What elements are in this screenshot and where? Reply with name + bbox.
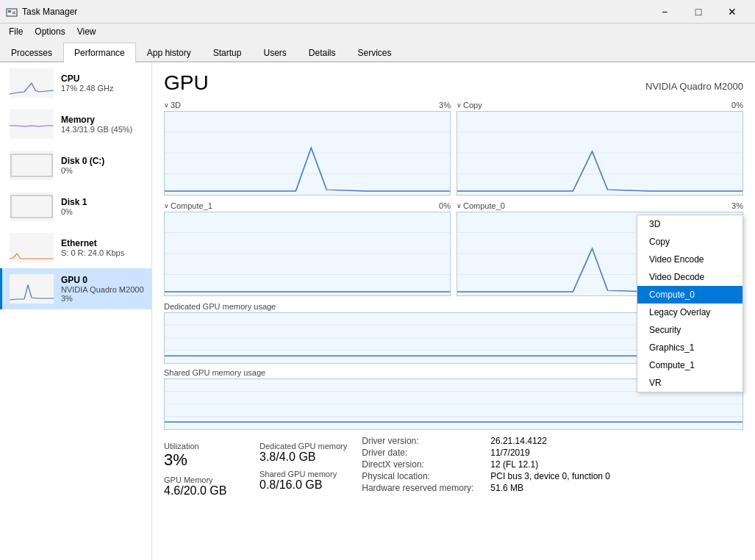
disk0-graph: [10, 151, 54, 180]
context-menu-item-compute1[interactable]: Compute_1: [637, 356, 743, 374]
dedicated-memory-label: Dedicated GPU memory usage: [164, 302, 276, 311]
cpu-name: CPU: [61, 73, 144, 84]
svg-rect-3: [12, 13, 15, 14]
driver-version-row: Driver version: 26.21.14.4122: [362, 436, 743, 446]
tab-performance[interactable]: Performance: [63, 43, 136, 62]
cpu-graph: [10, 68, 54, 98]
gpu0-name: GPU 0: [61, 275, 144, 285]
cpu-detail: 17% 2.48 GHz: [61, 84, 144, 93]
driver-version-label: Driver version:: [362, 436, 490, 446]
chart-copy-header[interactable]: ∨ Copy 0%: [457, 101, 743, 110]
stats-info-area: Utilization 3% GPU Memory 4.6/20.0 GB De…: [164, 436, 743, 498]
shared-memory-label: Shared GPU memory usage: [164, 368, 265, 377]
chart-compute0-percent: 3%: [731, 201, 743, 210]
chart-3d-header[interactable]: ∨ 3D 3%: [164, 101, 451, 110]
maximize-button[interactable]: □: [681, 0, 715, 24]
tab-processes[interactable]: Processes: [0, 43, 63, 62]
chart-copy-percent: 0%: [731, 101, 743, 110]
context-menu-item-security[interactable]: Security: [637, 321, 743, 339]
gpu-memory-value: 4.6/20.0 GB: [164, 484, 245, 498]
top-charts-row: ∨ 3D 3% ∨ Copy: [164, 101, 743, 195]
tab-app-history[interactable]: App history: [136, 43, 202, 62]
ethernet-name: Ethernet: [61, 238, 144, 248]
ethernet-detail: S: 0 R: 24.0 Kbps: [61, 248, 144, 257]
chart-copy-box: [457, 111, 743, 195]
context-menu-item-vr[interactable]: VR: [637, 374, 743, 392]
context-menu-item-copy[interactable]: Copy: [637, 233, 743, 251]
hardware-label: Hardware reserved memory:: [362, 483, 490, 493]
driver-version-value: 26.21.14.4122: [490, 436, 547, 446]
gpu-model: NVIDIA Quadro M2000: [645, 81, 743, 92]
chart-compute1-header[interactable]: ∨ Compute_1 0%: [164, 201, 451, 210]
bottom-charts-row: ∨ Compute_1 0% ∨ Compute_0 3%: [164, 201, 743, 296]
shared-label: Shared GPU memory: [260, 470, 347, 478]
chart-3d-box: [164, 111, 451, 195]
memory-name: Memory: [61, 115, 144, 125]
utilization-value: 3%: [164, 450, 245, 470]
sidebar-item-gpu0[interactable]: GPU 0 NVIDIA Quadro M2000 3%: [0, 268, 151, 309]
memory-graph: [10, 110, 54, 139]
disk0-name: Disk 0 (C:): [61, 156, 144, 166]
disk0-detail: 0%: [61, 166, 144, 175]
context-menu-item-video-encode[interactable]: Video Encode: [637, 251, 743, 268]
disk1-name: Disk 1: [61, 197, 144, 207]
gpu-memory-label: GPU Memory: [164, 475, 245, 484]
driver-date-value: 11/7/2019: [490, 448, 529, 458]
menu-bar: File Options View: [0, 24, 755, 40]
menu-view[interactable]: View: [71, 25, 102, 38]
chart-copy-label: Copy: [463, 101, 482, 110]
tab-users[interactable]: Users: [252, 43, 297, 62]
svg-rect-5: [11, 195, 52, 218]
sidebar-item-memory[interactable]: Memory 14.3/31.9 GB (45%): [0, 104, 151, 145]
svg-rect-2: [12, 12, 15, 12]
menu-file[interactable]: File: [3, 25, 29, 38]
chart-compute1-percent: 0%: [439, 201, 451, 210]
content-area: GPU NVIDIA Quadro M2000 ∨ 3D 3%: [152, 62, 755, 560]
close-button[interactable]: ✕: [715, 0, 749, 24]
info-area: Driver version: 26.21.14.4122 Driver dat…: [362, 436, 743, 498]
chart-copy-container: ∨ Copy 0%: [457, 101, 743, 195]
physical-value: PCI bus 3, device 0, function 0: [490, 471, 610, 481]
gpu0-model: NVIDIA Quadro M2000: [61, 285, 144, 294]
main-layout: CPU 17% 2.48 GHz Memory 14.3/31.9 GB (45…: [0, 62, 755, 560]
svg-rect-1: [8, 10, 11, 12]
app-icon: [6, 6, 18, 18]
svg-rect-4: [11, 154, 52, 176]
sidebar-item-disk1[interactable]: Disk 1 0%: [0, 186, 151, 227]
tab-bar: Processes Performance App history Startu…: [0, 40, 755, 62]
context-menu-item-video-decode[interactable]: Video Decode: [637, 268, 743, 286]
disk1-detail: 0%: [61, 207, 144, 216]
chart-3d-percent: 3%: [439, 101, 451, 110]
chart-compute0-header[interactable]: ∨ Compute_0 3%: [457, 201, 743, 210]
chart-compute0-label: Compute_0: [463, 201, 505, 210]
chart-3d-label: 3D: [171, 101, 181, 110]
gpu0-graph: [10, 274, 54, 304]
chart-3d-container: ∨ 3D 3%: [164, 101, 451, 195]
disk1-graph: [10, 192, 54, 221]
gpu-header: GPU NVIDIA Quadro M2000: [164, 71, 743, 95]
stats-area: Utilization 3% GPU Memory 4.6/20.0 GB De…: [164, 442, 362, 498]
directx-row: DirectX version: 12 (FL 12.1): [362, 459, 743, 470]
utilization-stat: Utilization 3% GPU Memory 4.6/20.0 GB: [164, 442, 245, 498]
context-menu-item-legacy-overlay[interactable]: Legacy Overlay: [637, 304, 743, 321]
tab-startup[interactable]: Startup: [202, 43, 253, 62]
context-menu-item-compute0[interactable]: Compute_0: [637, 286, 743, 304]
minimize-button[interactable]: −: [648, 0, 681, 24]
driver-date-label: Driver date:: [362, 448, 490, 458]
hardware-value: 51.6 MB: [490, 483, 523, 493]
directx-value: 12 (FL 12.1): [490, 459, 538, 470]
context-menu-item-3d[interactable]: 3D: [637, 215, 743, 233]
sidebar-item-disk0[interactable]: Disk 0 (C:) 0%: [0, 145, 151, 186]
context-menu-item-graphics1[interactable]: Graphics_1: [637, 339, 743, 356]
memory-detail: 14.3/31.9 GB (45%): [61, 125, 144, 134]
sidebar-item-ethernet[interactable]: Ethernet S: 0 R: 24.0 Kbps: [0, 227, 151, 268]
tab-details[interactable]: Details: [298, 43, 347, 62]
menu-options[interactable]: Options: [29, 25, 71, 38]
utilization-label: Utilization: [164, 442, 245, 450]
sidebar: CPU 17% 2.48 GHz Memory 14.3/31.9 GB (45…: [0, 62, 152, 560]
sidebar-item-cpu[interactable]: CPU 17% 2.48 GHz: [0, 62, 151, 104]
tab-services[interactable]: Services: [347, 43, 403, 62]
chart-compute1-label: Compute_1: [171, 201, 212, 210]
window-title: Task Manager: [22, 7, 648, 17]
context-menu: 3D Copy Video Encode Video Decode Comput…: [637, 215, 743, 392]
